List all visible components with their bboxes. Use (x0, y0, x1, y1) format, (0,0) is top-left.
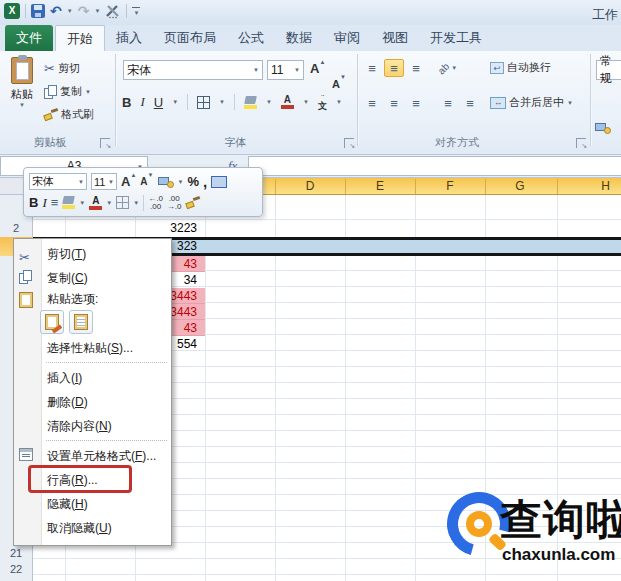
font-dialog-launcher[interactable] (344, 138, 354, 148)
undo-dropdown[interactable]: ▼ (67, 8, 73, 14)
menu-item-row-height[interactable]: 行高(R)... (14, 468, 171, 492)
font-size-combobox[interactable]: 11▼ (267, 60, 304, 80)
redo-button[interactable]: ↷ (78, 4, 90, 18)
phonetic-guide-button[interactable]: ˊˇ文 (318, 93, 327, 111)
redo-dropdown[interactable]: ▼ (94, 8, 100, 14)
font-color-dropdown[interactable]: ▼ (303, 99, 309, 105)
mini-comma-button[interactable]: , (203, 173, 207, 190)
alignment-dialog-launcher[interactable] (576, 138, 586, 148)
tab-data[interactable]: 数据 (275, 25, 323, 51)
bold-button[interactable]: B (122, 95, 131, 110)
align-top-button[interactable]: ≡ (362, 59, 382, 77)
cut-button[interactable]: ✂ 剪切 (44, 61, 80, 76)
mini-font-size-combobox[interactable]: 11▼ (91, 173, 117, 190)
align-left-button[interactable]: ≡ (362, 94, 382, 112)
mini-increase-decimal-button[interactable]: .00 →.0 (167, 195, 182, 211)
mini-font-color-button[interactable]: A (89, 196, 102, 210)
phonetic-dropdown[interactable]: ▼ (336, 99, 342, 105)
column-header-g[interactable]: G (485, 179, 555, 193)
mini-font-name-combobox[interactable]: 宋体▼ (29, 173, 87, 190)
tab-home[interactable]: 开始 (55, 25, 105, 51)
menu-item-copy[interactable]: 复制(C) (14, 266, 171, 290)
formula-input[interactable] (248, 156, 621, 176)
tab-insert[interactable]: 插入 (105, 25, 153, 51)
mini-borders-button[interactable] (116, 196, 129, 209)
tab-developer[interactable]: 开发工具 (419, 25, 493, 51)
fill-color-button[interactable] (244, 96, 257, 109)
menu-item-clear-contents[interactable]: 清除内容(N) (14, 414, 171, 438)
format-painter-button[interactable]: 格式刷 (44, 107, 94, 122)
align-right-button[interactable]: ≡ (406, 94, 426, 112)
menu-item-paste-special[interactable]: 选择性粘贴(S)... (14, 336, 171, 360)
column-header-e[interactable]: E (345, 179, 415, 193)
row-header-21[interactable]: 21 (0, 547, 32, 559)
mini-percent-button[interactable]: % (187, 174, 199, 189)
undo-button[interactable]: ↶ (50, 4, 62, 18)
fill-color-dropdown[interactable]: ▼ (266, 99, 272, 105)
menu-item-paste-options: 粘贴选项: (14, 290, 171, 308)
mini-italic-button[interactable]: I (42, 195, 46, 211)
orientation-button[interactable]: ab (435, 59, 452, 76)
mini-accounting-dropdown[interactable]: ▼ (178, 179, 184, 185)
increase-indent-button[interactable]: ≡ (460, 94, 480, 112)
excel-app-icon[interactable]: X (4, 3, 20, 19)
menu-item-insert[interactable]: 插入(I) (14, 366, 171, 390)
tab-formulas[interactable]: 公式 (227, 25, 275, 51)
tools-icon[interactable] (105, 4, 121, 19)
align-middle-button[interactable]: ≡ (384, 59, 404, 77)
cell-b2[interactable]: 3223 (135, 221, 201, 235)
mini-grow-font-button[interactable]: A▲ (121, 174, 136, 189)
decrease-indent-button[interactable]: ≡ (438, 94, 458, 112)
column-header-h[interactable]: H (557, 179, 621, 193)
clipboard-dialog-launcher[interactable] (100, 138, 110, 148)
borders-button[interactable] (197, 96, 210, 109)
grow-font-button[interactable]: A▲ (310, 61, 621, 76)
paste-values-button[interactable] (69, 310, 93, 334)
align-bottom-button[interactable]: ≡ (406, 59, 426, 77)
merge-center-button[interactable]: ↔ 合并后居中 ▼ (490, 95, 573, 110)
accounting-format-button[interactable] (595, 122, 611, 134)
mini-accounting-button[interactable] (158, 176, 174, 188)
underline-button[interactable]: U (154, 95, 163, 110)
wrap-text-button[interactable]: ↩ 自动换行 (490, 60, 551, 75)
row-header-22[interactable]: 22 (0, 563, 32, 575)
font-name-combobox[interactable]: 宋体▼ (123, 60, 263, 80)
mini-align-center-button[interactable]: ≡ (51, 196, 59, 209)
paste-button[interactable]: 粘贴 ▼ (6, 57, 38, 108)
tab-review[interactable]: 审阅 (323, 25, 371, 51)
tab-view[interactable]: 视图 (371, 25, 419, 51)
column-header-f[interactable]: F (415, 179, 485, 193)
italic-button[interactable]: I (140, 94, 144, 110)
mini-fill-color-button[interactable] (62, 196, 75, 209)
grid-row-line (33, 219, 621, 220)
menu-item-delete[interactable]: 删除(D) (14, 390, 171, 414)
ribbon-tab-row: 文件 开始 插入 页面布局 公式 数据 审阅 视图 开发工具 (0, 25, 621, 51)
quick-access-toolbar: X ↶ ▼ ↷ ▼ ▼ (0, 0, 621, 19)
mini-fill-dropdown[interactable]: ▼ (79, 200, 85, 206)
orientation-dropdown[interactable]: ▼ (451, 65, 457, 71)
font-color-button[interactable]: A (281, 95, 294, 109)
mini-font-color-dropdown[interactable]: ▼ (106, 200, 112, 206)
column-header-d[interactable]: D (275, 179, 345, 193)
row-header-2[interactable]: 2 (0, 222, 32, 234)
copy-button[interactable]: 复制 ▼ (44, 84, 91, 99)
menu-item-unhide[interactable]: 取消隐藏(U) (14, 516, 171, 540)
save-button[interactable] (31, 4, 45, 18)
align-center-button[interactable]: ≡ (384, 94, 404, 112)
mini-merge-button[interactable] (211, 176, 227, 188)
tab-file[interactable]: 文件 (5, 25, 53, 51)
borders-dropdown[interactable]: ▼ (219, 99, 225, 105)
mini-decrease-decimal-button[interactable]: ←.0 .00 (148, 195, 163, 211)
shrink-font-button[interactable]: A▼ (332, 78, 621, 90)
underline-dropdown[interactable]: ▼ (172, 99, 178, 105)
paste-keep-formatting-button[interactable] (40, 310, 64, 334)
menu-item-hide[interactable]: 隐藏(H) (14, 492, 171, 516)
number-format-combobox[interactable]: 常规 (596, 60, 621, 80)
customize-qat-button[interactable]: ▼ (132, 7, 140, 16)
mini-shrink-font-button[interactable]: A▼ (140, 176, 153, 187)
mini-borders-dropdown[interactable]: ▼ (133, 200, 139, 206)
tab-page-layout[interactable]: 页面布局 (153, 25, 227, 51)
mini-bold-button[interactable]: B (29, 195, 38, 210)
mini-format-painter-button[interactable] (186, 197, 200, 209)
menu-item-cut[interactable]: ✂ 剪切(T) (14, 242, 171, 266)
